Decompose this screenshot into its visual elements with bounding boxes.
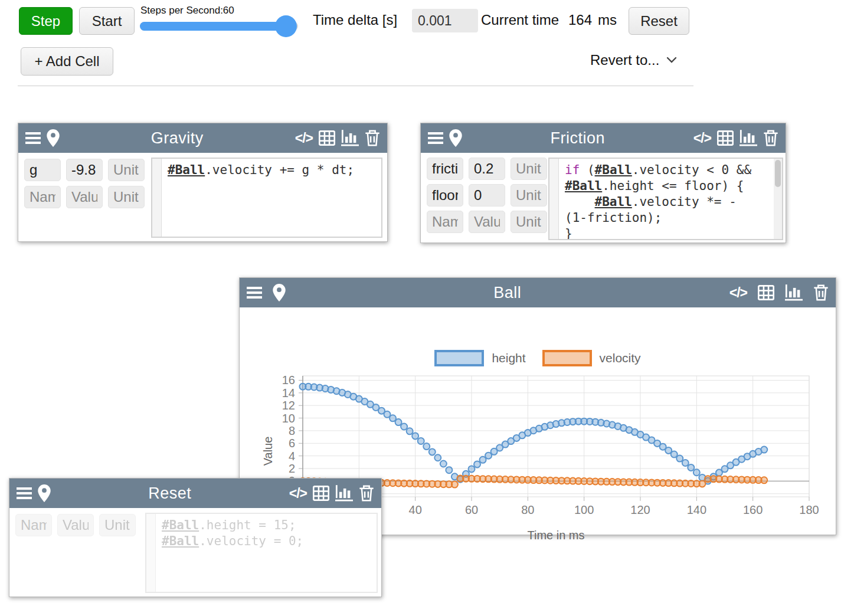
- chevron-down-icon: [666, 57, 677, 64]
- steps-per-second-slider[interactable]: [140, 22, 298, 31]
- bar-chart-view-icon[interactable]: [740, 130, 757, 146]
- scrollbar-thumb[interactable]: [775, 160, 781, 187]
- reset-code-editor[interactable]: #Ball.height = 15;#Ball.velocity = 0;: [145, 513, 378, 593]
- svg-text:2: 2: [289, 462, 295, 475]
- cell-title: Reset: [57, 484, 283, 503]
- svg-text:12: 12: [282, 399, 295, 412]
- cell-friction: Friction </> if (#Ball.velocity < 0 &&#B…: [420, 123, 786, 243]
- svg-text:180: 180: [799, 503, 819, 516]
- param-unit-input[interactable]: [99, 514, 136, 536]
- friction-body: if (#Ball.velocity < 0 &&#Ball.height <=…: [421, 153, 786, 243]
- code-view-icon[interactable]: </>: [693, 130, 711, 146]
- svg-text:10: 10: [282, 412, 295, 425]
- code-scrollbar[interactable]: [774, 159, 782, 239]
- revert-to-dropdown[interactable]: Revert to...: [590, 52, 677, 68]
- param-name-input[interactable]: [24, 159, 61, 181]
- param-value-input[interactable]: [66, 159, 103, 181]
- trash-icon[interactable]: [763, 130, 778, 146]
- param-unit-input[interactable]: [511, 158, 547, 180]
- param-row: [24, 186, 145, 208]
- param-name-input[interactable]: [427, 211, 463, 233]
- table-view-icon[interactable]: [319, 130, 335, 146]
- trash-icon[interactable]: [813, 284, 829, 301]
- cell-title: Friction: [468, 129, 688, 148]
- gravity-header: Gravity </>: [18, 123, 387, 153]
- param-row: [427, 211, 547, 233]
- friction-header: Friction </>: [421, 123, 786, 153]
- drag-handle-icon[interactable]: [25, 132, 41, 145]
- code-content[interactable]: if (#Ball.velocity < 0 &&#Ball.height <=…: [559, 159, 774, 239]
- code-gutter: [152, 159, 162, 237]
- svg-text:4: 4: [289, 450, 295, 463]
- svg-text:120: 120: [630, 503, 650, 516]
- param-name-input[interactable]: [24, 186, 61, 208]
- code-gutter: [146, 514, 156, 592]
- trash-icon[interactable]: [365, 130, 380, 146]
- current-time-unit: ms: [598, 12, 617, 28]
- slider-thumb[interactable]: [275, 15, 297, 37]
- drag-handle-icon[interactable]: [17, 487, 32, 500]
- time-delta-label: Time delta [s]: [313, 12, 397, 28]
- code-view-icon[interactable]: </>: [295, 130, 313, 146]
- start-button[interactable]: Start: [79, 7, 135, 35]
- param-value-input[interactable]: [57, 514, 94, 536]
- table-view-icon[interactable]: [717, 130, 734, 146]
- step-button[interactable]: Step: [19, 7, 73, 35]
- revert-to-label: Revert to...: [590, 52, 659, 68]
- table-view-icon[interactable]: [758, 285, 774, 300]
- cell-reset: Reset </> #Ball.height = 15;#Ball.veloci…: [9, 478, 382, 597]
- svg-text:80: 80: [521, 503, 534, 516]
- cell-title: Gravity: [66, 129, 289, 148]
- bar-chart-view-icon[interactable]: [335, 485, 353, 502]
- code-gutter: [549, 159, 559, 239]
- param-name-input[interactable]: [427, 184, 463, 207]
- param-name-input[interactable]: [427, 158, 463, 180]
- svg-text:14: 14: [282, 386, 295, 399]
- location-pin-icon[interactable]: [38, 484, 51, 502]
- svg-text:140: 140: [687, 503, 706, 516]
- bar-chart-view-icon[interactable]: [341, 130, 359, 146]
- param-row: [427, 184, 547, 207]
- toolbar-divider: [18, 86, 693, 86]
- location-pin-icon[interactable]: [47, 129, 60, 147]
- reset-button[interactable]: Reset: [629, 7, 689, 35]
- ball-header: Ball </>: [240, 278, 836, 307]
- current-time-label: Current time: [481, 12, 559, 28]
- param-row: [24, 159, 145, 181]
- param-row: [427, 158, 547, 180]
- location-pin-icon[interactable]: [449, 129, 462, 147]
- code-view-icon[interactable]: </>: [289, 486, 307, 502]
- add-cell-button[interactable]: + Add Cell: [21, 47, 113, 76]
- param-value-input[interactable]: [469, 211, 505, 233]
- code-content[interactable]: #Ball.velocity += g * dt;: [162, 159, 381, 237]
- bar-chart-view-icon[interactable]: [785, 284, 803, 301]
- table-view-icon[interactable]: [313, 486, 329, 501]
- param-unit-input[interactable]: [108, 186, 145, 208]
- param-unit-input[interactable]: [511, 211, 547, 233]
- drag-handle-icon[interactable]: [247, 286, 262, 299]
- reset-body: #Ball.height = 15;#Ball.velocity = 0;: [9, 508, 381, 597]
- param-value-input[interactable]: [66, 186, 103, 208]
- drag-handle-icon[interactable]: [428, 132, 443, 145]
- location-pin-icon[interactable]: [273, 284, 286, 302]
- svg-text:40: 40: [409, 503, 422, 516]
- svg-text:8: 8: [289, 424, 295, 437]
- friction-code-editor[interactable]: if (#Ball.velocity < 0 &&#Ball.height <=…: [548, 158, 783, 240]
- param-name-input[interactable]: [15, 514, 52, 536]
- gravity-code-editor[interactable]: #Ball.velocity += g * dt;: [151, 158, 382, 238]
- svg-text:Value: Value: [261, 437, 274, 466]
- slider-fill: [140, 22, 286, 31]
- param-value-input[interactable]: [469, 184, 505, 207]
- code-view-icon[interactable]: </>: [729, 285, 747, 301]
- svg-text:16: 16: [282, 373, 295, 386]
- param-unit-input[interactable]: [511, 184, 547, 207]
- svg-text:6: 6: [289, 437, 295, 450]
- param-value-input[interactable]: [469, 158, 505, 180]
- time-delta-input[interactable]: [412, 9, 478, 32]
- param-unit-input[interactable]: [108, 159, 145, 181]
- steps-per-second-label: Steps per Second:60: [140, 5, 234, 17]
- code-content[interactable]: #Ball.height = 15;#Ball.velocity = 0;: [156, 514, 377, 592]
- svg-text:100: 100: [574, 503, 594, 516]
- trash-icon[interactable]: [359, 485, 374, 502]
- cell-gravity: Gravity </> #Ball.velocity += g * dt;: [18, 123, 388, 242]
